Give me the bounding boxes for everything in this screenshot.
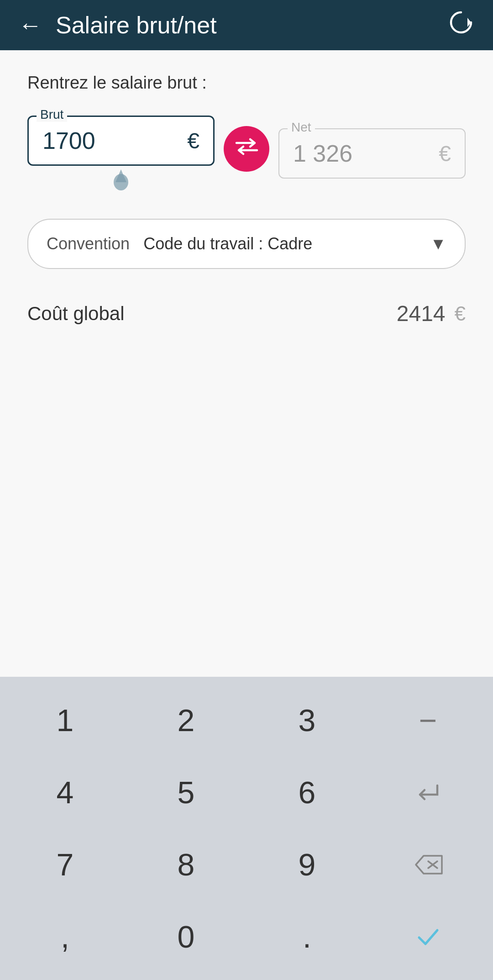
key-3[interactable]: 3 <box>246 686 367 754</box>
brut-value: 1700 <box>42 127 95 154</box>
key-1[interactable]: 1 <box>5 686 126 754</box>
key-2[interactable]: 2 <box>126 686 246 754</box>
key-5[interactable]: 5 <box>126 758 246 827</box>
net-value: 1 326 <box>293 140 352 167</box>
confirm-key[interactable] <box>367 902 488 971</box>
backspace-key[interactable] <box>367 830 488 899</box>
chevron-down-icon: ▼ <box>430 234 446 253</box>
key-8[interactable]: 8 <box>126 830 246 899</box>
swap-button[interactable] <box>224 126 269 172</box>
key-6[interactable]: 6 <box>246 758 367 827</box>
salary-row: Brut 1700 € Net <box>27 116 466 191</box>
convention-dropdown[interactable]: Convention Code du travail : Cadre ▼ <box>27 219 466 269</box>
back-button[interactable]: ← <box>18 13 42 37</box>
page-title: Salaire brut/net <box>56 11 447 39</box>
key-minus[interactable]: − <box>367 686 488 754</box>
main-content: Rentrez le salaire brut : Brut 1700 € <box>0 50 493 677</box>
convention-label: Convention <box>47 234 130 253</box>
global-cost-value: 2414 <box>397 301 446 326</box>
convention-value: Code du travail : Cadre <box>143 234 430 253</box>
global-cost-row: Coût global 2414 € <box>27 296 466 331</box>
net-input-wrapper: Net 1 326 € <box>278 128 466 179</box>
content-spacer <box>27 331 466 659</box>
brut-euro-icon: € <box>187 128 199 153</box>
global-cost-label: Coût global <box>27 303 124 325</box>
key-4[interactable]: 4 <box>5 758 126 827</box>
reset-button[interactable] <box>447 9 475 42</box>
key-0[interactable]: 0 <box>126 902 246 971</box>
swap-icon <box>234 137 259 160</box>
enter-key[interactable] <box>367 758 488 827</box>
slider-drop-indicator <box>112 169 130 191</box>
keyboard-row-2: 789 <box>5 830 488 899</box>
brut-label: Brut <box>37 107 67 122</box>
key-,[interactable]: , <box>5 902 126 971</box>
net-input-box[interactable]: 1 326 € <box>278 128 466 179</box>
global-cost-euro-icon: € <box>455 302 466 325</box>
brut-input-box[interactable]: 1700 € <box>27 116 215 166</box>
numeric-keyboard: 123−456789,0. <box>0 677 493 980</box>
keyboard-row-1: 456 <box>5 758 488 827</box>
key-9[interactable]: 9 <box>246 830 367 899</box>
key-.[interactable]: . <box>246 902 367 971</box>
net-euro-icon: € <box>439 141 451 166</box>
brut-input-wrapper: Brut 1700 € <box>27 116 215 191</box>
global-cost-value-row: 2414 € <box>397 301 466 326</box>
key-7[interactable]: 7 <box>5 830 126 899</box>
keyboard-row-3: ,0. <box>5 902 488 971</box>
keyboard-row-0: 123− <box>5 686 488 754</box>
instruction-text: Rentrez le salaire brut : <box>27 73 466 93</box>
net-label: Net <box>288 120 315 135</box>
app-header: ← Salaire brut/net <box>0 0 493 50</box>
